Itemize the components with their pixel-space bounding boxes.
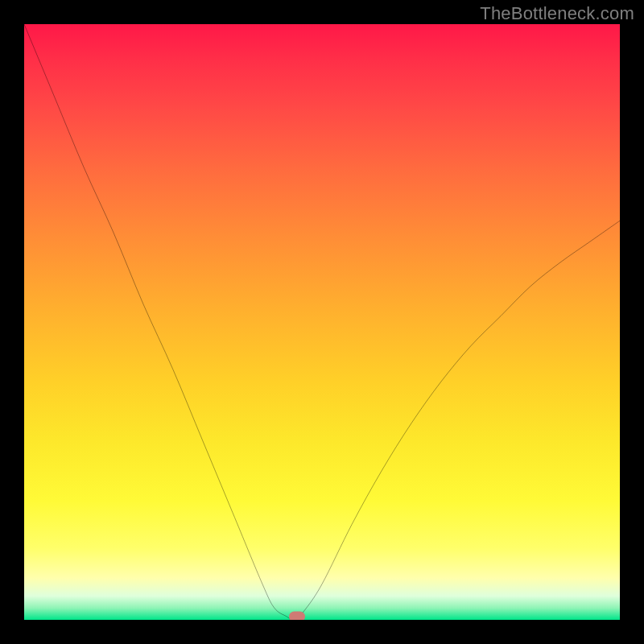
- bottleneck-curve: [24, 24, 620, 620]
- plot-area: [24, 24, 620, 620]
- optimal-point-marker: [289, 611, 305, 620]
- watermark-text: TheBottleneck.com: [480, 3, 634, 24]
- chart-frame: TheBottleneck.com: [0, 0, 644, 644]
- curve-path: [24, 24, 620, 620]
